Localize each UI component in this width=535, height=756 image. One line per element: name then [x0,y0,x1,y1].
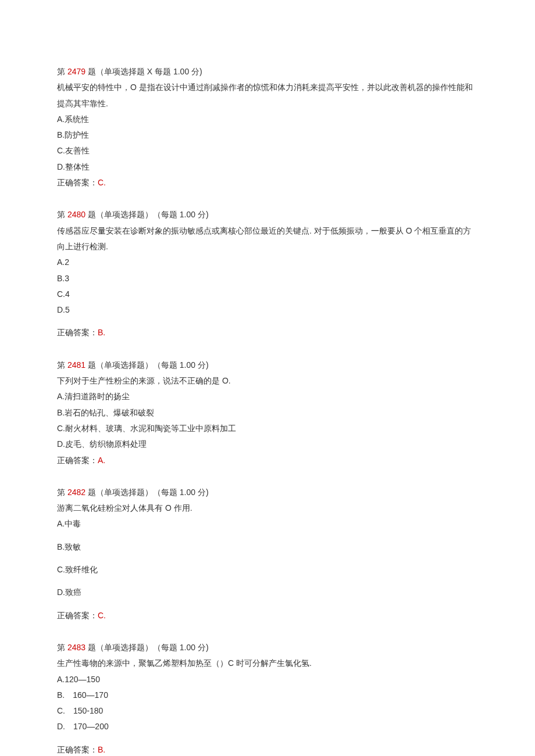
question-header: 第 2482 题（单项选择题）（每题 1.00 分) [57,485,478,500]
answer-line: 正确答案：B. [57,742,478,756]
question-stem: 生产性毒物的来源中，聚氯乙烯塑料加热至（）C 时可分解产生氯化氢. [57,655,478,671]
question-stem: 下列对于生产性粉尘的来源，说法不正确的是 O. [57,373,478,389]
question-prefix: 第 [57,488,67,497]
question-block: 第 2480 题（单项选择题）（每题 1.00 分)传感器应尽量安装在诊断对象的… [57,207,478,341]
question-header: 第 2480 题（单项选择题）（每题 1.00 分) [57,207,478,223]
question-header: 第 2479 题（单项选择题 X 每题 1.00 分) [57,64,478,80]
question-option: C.耐火材料、玻璃、水泥和陶瓷等工业中原料加工 [57,421,478,436]
question-block: 第 2481 题（单项选择题）（每题 1.00 分)下列对于生产性粉尘的来源，说… [57,357,478,468]
question-block: 第 2482 题（单项选择题）（每题 1.00 分)游离二氧化硅粉尘对人体具有 … [57,485,478,624]
question-meta: 题（单项选择题 X 每题 1.00 分) [85,67,202,76]
question-stem: 传感器应尽量安装在诊断对象的振动敏感点或离核心部位最近的关键点. 对于低频振动，… [57,223,478,255]
question-prefix: 第 [57,210,67,219]
question-meta: 题（单项选择题）（每题 1.00 分) [85,643,209,652]
answer-value: A. [98,456,105,465]
answer-value: C. [98,611,106,620]
question-header: 第 2481 题（单项选择题）（每题 1.00 分) [57,357,478,373]
question-block: 第 2483 题（单项选择题）（每题 1.00 分)生产性毒物的来源中，聚氯乙烯… [57,640,478,756]
question-meta: 题（单项选择题）（每题 1.00 分) [85,360,209,370]
question-prefix: 第 [57,643,67,652]
spacer [57,318,478,325]
question-number: 2480 [67,210,85,219]
question-option: B.致敏 [57,539,478,555]
question-option: B.岩石的钻孔、爆破和破裂 [57,405,478,421]
question-option: C.4 [57,286,478,302]
answer-label: 正确答案： [57,178,98,187]
answer-value: B. [98,328,105,337]
question-option: C.友善性 [57,143,478,159]
question-option: B.3 [57,271,478,286]
question-prefix: 第 [57,360,67,370]
question-option: A.系统性 [57,112,478,127]
question-option: A.2 [57,255,478,270]
question-block: 第 2479 题（单项选择题 X 每题 1.00 分)机械平安的特性中，O 是指… [57,64,478,191]
answer-line: 正确答案：C. [57,175,478,191]
answer-label: 正确答案： [57,745,98,754]
question-number: 2479 [67,67,85,76]
answer-line: 正确答案：B. [57,325,478,341]
question-option: D.皮毛、纺织物原料处理 [57,436,478,452]
question-option: C.致纤维化 [57,562,478,578]
question-option: B. 160—170 [57,687,478,703]
question-meta: 题（单项选择题）（每题 1.00 分) [85,210,209,219]
answer-value: B. [98,745,105,754]
answer-line: 正确答案：C. [57,608,478,624]
question-option: A.120—150 [57,672,478,687]
answer-label: 正确答案： [57,456,98,465]
question-option: A.中毒 [57,516,478,532]
answer-line: 正确答案：A. [57,453,478,468]
question-number: 2481 [67,360,85,370]
question-number: 2483 [67,643,85,652]
question-option: D.5 [57,302,478,318]
question-option: C. 150-180 [57,703,478,719]
question-option: A.清扫道路时的扬尘 [57,389,478,404]
question-option: D.致癌 [57,585,478,600]
answer-value: C. [98,178,106,187]
question-option: D.整体性 [57,159,478,175]
question-option: D. 170—200 [57,719,478,734]
question-meta: 题（单项选择题）（每题 1.00 分) [85,488,209,497]
question-prefix: 第 [57,67,67,76]
answer-label: 正确答案： [57,328,98,337]
question-header: 第 2483 题（单项选择题）（每题 1.00 分) [57,640,478,655]
document-body: 第 2479 题（单项选择题 X 每题 1.00 分)机械平安的特性中，O 是指… [57,64,478,756]
question-stem: 游离二氧化硅粉尘对人体具有 O 作用. [57,500,478,516]
question-number: 2482 [67,488,85,497]
question-option: B.防护性 [57,127,478,143]
spacer [57,735,478,742]
question-stem: 机械平安的特性中，O 是指在设计中通过削减操作者的惊慌和体力消耗来提高平安性，并… [57,80,478,112]
answer-label: 正确答案： [57,611,98,620]
